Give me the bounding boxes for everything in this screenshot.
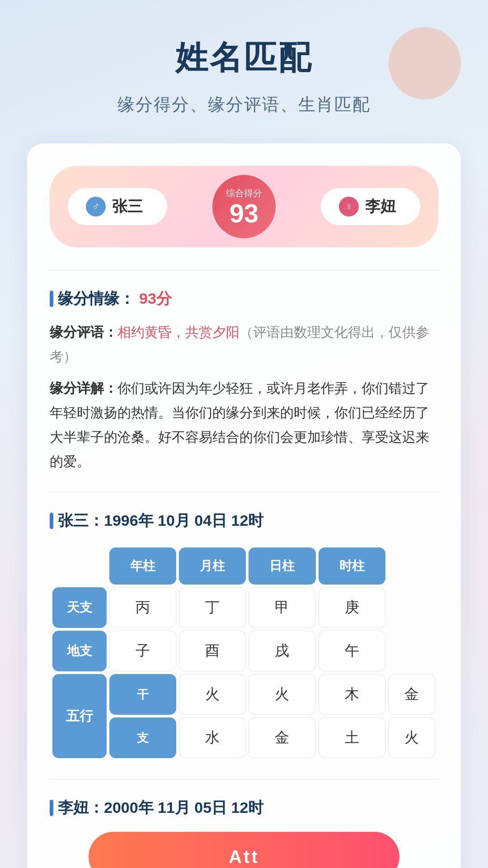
person2-tag: ♀ 李妞 bbox=[321, 188, 420, 225]
wuxing-label: 五行 bbox=[52, 674, 107, 758]
tianzhi-shi: 庚 bbox=[319, 587, 385, 628]
score-circle: 综合得分 93 bbox=[212, 175, 276, 238]
wuxing-zhi-row: 支 水 金 土 火 bbox=[52, 717, 436, 758]
male-icon: ♂ bbox=[86, 197, 106, 217]
title-bar-icon bbox=[50, 291, 53, 307]
title-bar-icon2 bbox=[50, 513, 53, 529]
wuxing-gan-shi: 金 bbox=[388, 674, 436, 715]
person1-tag: ♂ 张三 bbox=[68, 188, 167, 225]
title-bar-icon3 bbox=[50, 800, 53, 816]
page-subtitle: 缘分得分、缘分评语、生肖匹配 bbox=[27, 93, 461, 116]
wuxing-zhi-yue: 金 bbox=[249, 717, 315, 758]
yuanfen-section: 缘分情缘：93分 缘分评语：相约黄昏，共赏夕阳（评语由数理文化得出，仅供参考） … bbox=[50, 270, 438, 474]
person2-name: 李妞 bbox=[365, 196, 396, 217]
wuxing-gan-ri: 木 bbox=[319, 674, 385, 715]
yuanfen-comment: 缘分评语：相约黄昏，共赏夕阳（评语由数理文化得出，仅供参考） bbox=[50, 320, 438, 369]
dizhi-label: 地支 bbox=[52, 631, 107, 671]
dizhi-row: 地支 子 酉 戌 午 bbox=[52, 631, 436, 671]
col-header-shi: 时柱 bbox=[319, 547, 385, 585]
yuanfen-score: 93分 bbox=[139, 288, 172, 309]
att-button[interactable]: Att bbox=[89, 832, 399, 868]
main-card: ♂ 张三 综合得分 93 ♀ 李妞 缘分情缘：93分 缘分评语：相约黄昏，共赏夕… bbox=[27, 143, 461, 868]
person1-bazi-title: 张三：1996年 10月 04日 12时 bbox=[50, 510, 438, 531]
person1-name: 张三 bbox=[112, 196, 143, 217]
score-number: 93 bbox=[230, 200, 259, 226]
tianzhi-ri: 甲 bbox=[249, 587, 315, 628]
person2-bazi-title: 李妞：2000年 11月 05日 12时 bbox=[50, 797, 438, 818]
detail-label: 缘分详解： bbox=[50, 381, 117, 396]
divider1 bbox=[50, 492, 438, 492]
col-header-yue: 月柱 bbox=[179, 547, 246, 585]
yuanfen-title: 缘分情缘：93分 bbox=[50, 288, 438, 309]
person1-bazi-section: 张三：1996年 10月 04日 12时 年柱 月柱 日柱 时柱 天支 bbox=[50, 510, 438, 761]
col-header-nian: 年柱 bbox=[109, 547, 176, 585]
tianzhi-nian: 丙 bbox=[109, 587, 176, 628]
person1-bazi-label: 张三：1996年 10月 04日 12时 bbox=[58, 510, 263, 531]
yuanfen-detail: 缘分详解：你们或许因为年少轻狂，或许月老作弄，你们错过了年轻时激扬的热情。当你们… bbox=[50, 376, 438, 474]
tianzhi-label: 天支 bbox=[52, 587, 107, 628]
person2-bazi-label: 李妞：2000年 11月 05日 12时 bbox=[58, 797, 263, 818]
dizhi-shi: 午 bbox=[319, 631, 385, 671]
wuxing-gan-yue: 火 bbox=[249, 674, 315, 715]
yuanfen-title-label: 缘分情缘： bbox=[58, 288, 135, 309]
score-banner: ♂ 张三 综合得分 93 ♀ 李妞 bbox=[50, 166, 438, 247]
wuxing-gan-label: 干 bbox=[109, 674, 176, 715]
tianzhi-yue: 丁 bbox=[179, 587, 246, 628]
bazi-table-person1: 年柱 月柱 日柱 时柱 天支 丙 丁 甲 庚 bbox=[50, 545, 438, 761]
divider2 bbox=[50, 779, 438, 779]
wuxing-zhi-shi: 火 bbox=[388, 717, 436, 758]
wuxing-gan-nian: 火 bbox=[179, 674, 246, 715]
comment-red-text: 相约黄昏，共赏夕阳 bbox=[117, 325, 239, 340]
wuxing-zhi-label: 支 bbox=[109, 717, 176, 758]
col-header-ri: 日柱 bbox=[249, 547, 315, 585]
dizhi-nian: 子 bbox=[109, 631, 176, 671]
dizhi-ri: 戌 bbox=[249, 631, 315, 671]
wuxing-zhi-nian: 水 bbox=[179, 717, 246, 758]
page-title: 姓名匹配 bbox=[27, 36, 461, 80]
comment-label: 缘分评语： bbox=[50, 325, 117, 340]
score-label: 综合得分 bbox=[226, 187, 262, 199]
wuxing-zhi-ri: 土 bbox=[319, 717, 385, 758]
wuxing-gan-row: 五行 干 火 火 木 金 bbox=[52, 674, 436, 715]
female-icon: ♀ bbox=[339, 197, 359, 217]
tianzhi-row: 天支 丙 丁 甲 庚 bbox=[52, 587, 436, 628]
dizhi-yue: 酉 bbox=[179, 631, 246, 671]
